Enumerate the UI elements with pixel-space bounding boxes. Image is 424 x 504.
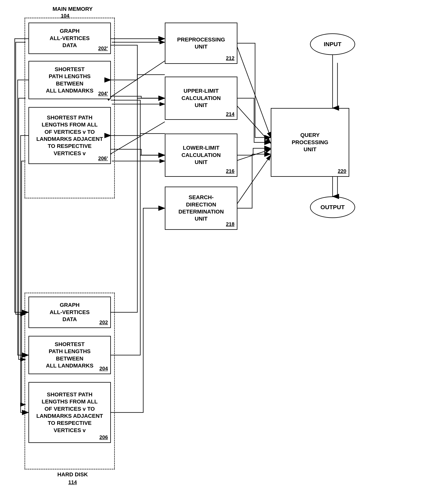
- svg-line-8: [236, 104, 271, 143]
- preprocessing-unit-box: PREPROCESSINGUNIT 212: [165, 23, 237, 64]
- input-oval: INPUT: [310, 33, 355, 55]
- search-direction-unit-box: SEARCH-DIRECTIONDETERMINATIONUNIT 218: [165, 187, 237, 230]
- svg-line-3: [112, 61, 165, 96]
- diagram: MAIN MEMORY 104 GRAPHALL-VERTICESDATA 20…: [0, 0, 424, 504]
- graph-all-vertices-data-box: GRAPHALL-VERTICESDATA 202: [28, 297, 111, 328]
- output-oval: OUTPUT: [310, 196, 355, 218]
- hard-disk-id: 114: [47, 479, 98, 485]
- lower-limit-unit-box: LOWER-LIMITCALCULATIONUNIT 216: [165, 134, 237, 177]
- svg-line-7: [236, 42, 271, 138]
- svg-line-10: [236, 155, 271, 206]
- shortest-path-vertices-box: SHORTEST PATHLENGTHS FROM ALLOF VERTICES…: [28, 382, 111, 443]
- shortest-path-landmarks-prime-box: SHORTESTPATH LENGTHSBETWEENALL LANDMARKS…: [28, 61, 111, 99]
- shortest-path-vertices-prime-box: SHORTEST PATHLENGTHS FROM ALLOF VERTICES…: [28, 107, 111, 164]
- shortest-path-landmarks-box: SHORTESTPATH LENGTHSBETWEENALL LANDMARKS…: [28, 336, 111, 374]
- query-processing-unit-box: QUERYPROCESSINGUNIT 220: [271, 108, 349, 177]
- hard-disk-label: HARD DISK: [35, 471, 110, 478]
- svg-line-5: [112, 122, 165, 153]
- graph-all-vertices-data-prime-box: GRAPHALL-VERTICESDATA 202': [28, 23, 111, 54]
- svg-line-9: [236, 149, 271, 161]
- upper-limit-unit-box: UPPER-LIMITCALCULATIONUNIT 214: [165, 77, 237, 120]
- main-memory-label: MAIN MEMORY: [31, 6, 114, 12]
